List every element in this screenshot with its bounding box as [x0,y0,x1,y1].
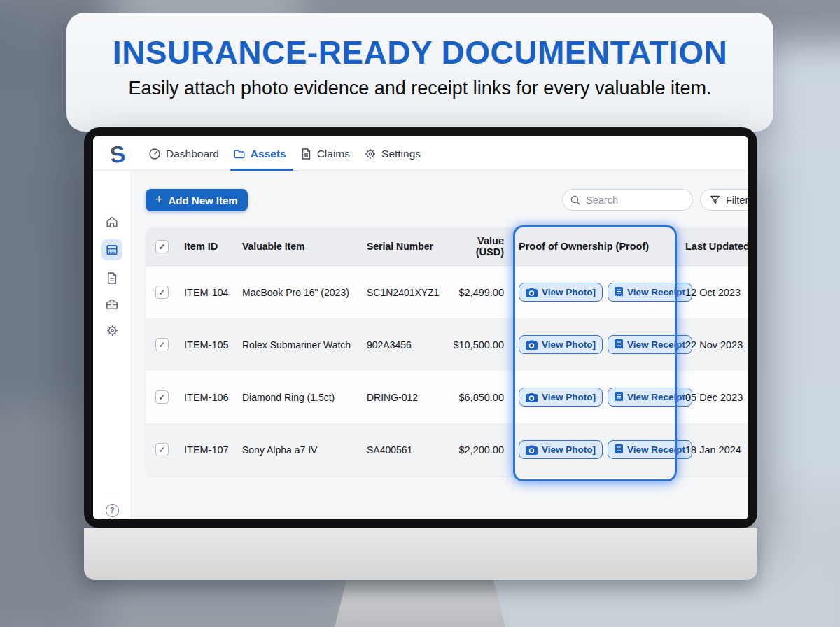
cell-value: $2,499.00 [444,287,504,298]
cell-serial: 902A3456 [360,339,444,351]
gear-icon [364,148,377,160]
svg-text:S: S [108,141,127,167]
cell-valuable-item: Rolex Submariner Watch [238,339,360,351]
check-glyph: ✓ [158,339,165,350]
hero-panel: INSURANCE-READY DOCUMENTATION Easily att… [66,13,774,132]
primary-nav: Dashboard Assets [148,136,421,171]
row-checkbox[interactable]: ✓ [155,390,169,404]
check-glyph: ✓ [158,392,165,402]
dashboard-icon [148,148,161,160]
view-photo-button[interactable]: View Photo] [519,440,603,459]
help-icon[interactable]: ? [102,500,122,519]
header-last-updated: Last Updated [677,241,748,252]
nav-label: Dashboard [166,148,219,160]
cell-item-id: ITEM-105 [178,339,238,351]
asset-table-icon[interactable] [102,239,122,260]
nav-item-claims[interactable]: Claims [300,136,350,171]
view-photo-label: View Photo] [542,392,596,402]
camera-icon [526,288,538,297]
nav-label: Claims [317,148,350,160]
nav-label: Settings [382,148,421,160]
cell-serial: DRING-012 [360,392,444,403]
filter-label: Filter [726,195,748,206]
view-photo-label: View Photo] [542,444,596,455]
add-new-item-label: Add New Item [169,195,238,206]
sidebar: ? [93,171,132,519]
document-icon [300,148,312,160]
cell-item-id: ITEM-104 [178,287,238,298]
add-new-item-button[interactable]: + Add New Item [146,189,248,211]
header-proof-of-ownership: Proof of Ownership (Proof) [504,241,677,252]
cell-valuable-item: MacBook Pro 16" (2023) [238,287,360,298]
cell-last-updated: 22 Nov 2023 [677,339,748,351]
help-glyph: ? [110,506,115,514]
receipt-icon [615,287,623,297]
page: INSURANCE-READY DOCUMENTATION Easily att… [0,0,840,627]
monitor-stand [335,580,505,627]
cell-valuable-item: Diamond Ring (1.5ct) [238,392,360,403]
camera-icon [526,393,538,402]
search-input[interactable] [586,195,677,206]
cell-last-updated: 12 Oct 2023 [677,287,748,298]
filter-funnel-icon [709,194,721,206]
header-serial-number: Serial Number [360,241,444,252]
app-logo-icon: S [105,141,132,167]
view-photo-label: View Photo] [542,339,596,350]
cell-last-updated: 05 Dec 2023 [677,392,748,403]
app-window: S Dashboard [93,136,748,519]
monitor-frame: S Dashboard [84,127,757,528]
folder-icon [233,148,246,160]
header-valuable-item: Valuable Item [238,241,360,252]
check-glyph: ✓ [158,287,165,297]
cell-valuable-item: Sony Alpha a7 IV [238,444,360,456]
cell-serial: SA400561 [360,444,444,456]
view-photo-button[interactable]: View Photo] [519,283,603,302]
sidebar-gear-icon[interactable] [102,320,122,341]
row-checkbox[interactable]: ✓ [155,286,169,299]
cell-value: $6,850.00 [444,392,504,403]
sidebar-divider [101,493,124,493]
cell-value: $2,200.00 [444,444,504,456]
file-icon[interactable] [102,267,122,288]
view-photo-label: View Photo] [542,287,596,297]
table-row: ✓ ITEM-105 Rolex Submariner Watch 902A34… [146,318,748,371]
cell-last-updated: 18 Jan 2024 [677,444,748,456]
hero-title: INSURANCE-READY DOCUMENTATION [66,34,774,71]
assets-table: ✓ Item ID Valuable Item Serial Number Va… [146,227,748,476]
cell-serial: SC1N2401XYZ1 [360,287,444,298]
hero-subtitle: Easily attach photo evidence and receipt… [66,78,774,99]
filter-button[interactable]: Filter [700,189,748,211]
table-header-row: ✓ Item ID Valuable Item Serial Number Va… [146,227,748,266]
nav-item-settings[interactable]: Settings [364,136,421,171]
search-box[interactable] [562,189,693,211]
check-glyph: ✓ [158,241,165,252]
cell-value: $10,500.00 [444,339,504,351]
home-icon[interactable] [102,211,122,232]
row-checkbox[interactable]: ✓ [155,338,169,351]
select-all-checkbox[interactable]: ✓ [155,240,169,253]
table-row: ✓ ITEM-107 Sony Alpha a7 IV SA400561 $2,… [146,423,748,476]
header-value-usd: Value (USD) [444,235,504,258]
monitor-chin [84,528,757,580]
nav-label: Assets [251,148,286,160]
camera-icon [526,445,538,455]
camera-icon [526,340,538,350]
receipt-icon [615,444,623,455]
cell-item-id: ITEM-107 [178,444,238,456]
view-photo-button[interactable]: View Photo] [519,388,603,407]
nav-item-assets[interactable]: Assets [233,136,286,171]
receipt-icon [615,392,623,402]
nav-item-dashboard[interactable]: Dashboard [148,136,219,171]
view-photo-button[interactable]: View Photo] [519,335,603,354]
cell-item-id: ITEM-106 [178,392,238,403]
plus-icon: + [155,192,163,207]
table-row: ✓ ITEM-104 MacBook Pro 16" (2023) SC1N24… [146,266,748,318]
check-glyph: ✓ [158,444,165,455]
receipt-icon [615,339,623,350]
header-item-id: Item ID [178,241,238,252]
search-icon [570,195,581,206]
top-nav-bar: S Dashboard [93,136,748,171]
row-checkbox[interactable]: ✓ [155,443,169,456]
table-row: ✓ ITEM-106 Diamond Ring (1.5ct) DRING-01… [146,371,748,423]
briefcase-icon[interactable] [102,294,122,315]
